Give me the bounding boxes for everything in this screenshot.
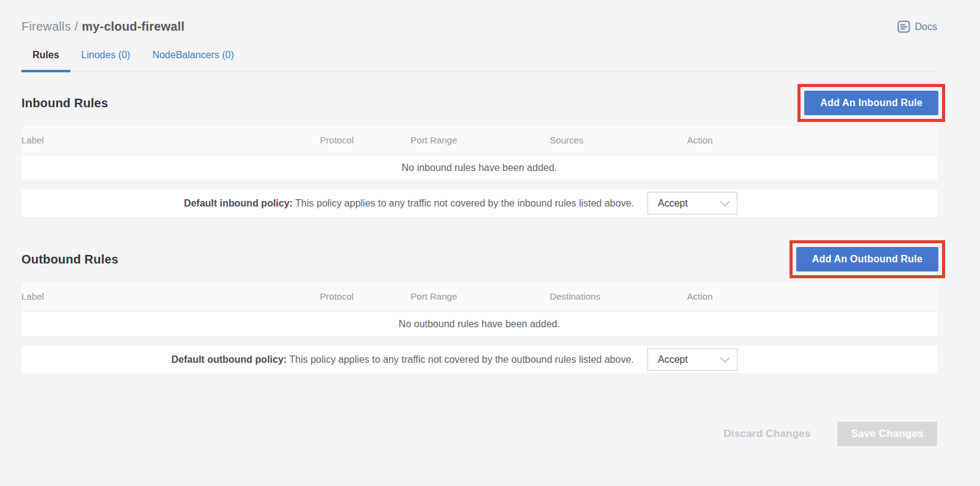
inbound-policy-selected-value: Accept xyxy=(658,198,688,209)
docs-link-label: Docs xyxy=(915,21,937,32)
inbound-policy-select[interactable]: Accept xyxy=(647,192,737,215)
outbound-policy-description: Default outbound policy: This policy app… xyxy=(172,354,634,365)
outbound-policy-text: This policy applies to any traffic not c… xyxy=(289,354,634,365)
tab-linodes[interactable]: Linodes (0) xyxy=(70,50,141,71)
breadcrumb-separator: / xyxy=(75,20,78,33)
outbound-section-header: Outbound Rules Add An Outbound Rule xyxy=(21,240,937,278)
save-changes-button[interactable]: Save Changes xyxy=(837,422,937,446)
inbound-policy-description: Default inbound policy: This policy appl… xyxy=(184,198,634,209)
outbound-header-port-range: Port Range xyxy=(410,291,549,302)
outbound-rules-title: Outbound Rules xyxy=(21,252,118,267)
inbound-header-port-range: Port Range xyxy=(410,135,549,145)
inbound-rules-table: Label Protocol Port Range Sources Action… xyxy=(21,126,937,217)
discard-changes-button[interactable]: Discard Changes xyxy=(715,428,819,440)
inbound-policy-label: Default inbound policy: xyxy=(184,198,293,208)
inbound-header-label: Label xyxy=(21,135,320,145)
breadcrumb: Firewalls/my-cloud-firewall xyxy=(21,20,184,34)
inbound-table-header-row: Label Protocol Port Range Sources Action xyxy=(21,126,937,154)
outbound-rules-table: Label Protocol Port Range Destinations A… xyxy=(21,283,937,373)
firewall-detail-page: Firewalls/my-cloud-firewall Docs Rules L… xyxy=(0,0,980,446)
outbound-annotation-highlight: Add An Outbound Rule xyxy=(790,240,945,278)
add-inbound-rule-button[interactable]: Add An Inbound Rule xyxy=(804,91,938,115)
inbound-policy-row: Default inbound policy: This policy appl… xyxy=(21,189,937,217)
inbound-header-sources: Sources xyxy=(550,135,687,145)
outbound-empty-row: No outbound rules have been added. xyxy=(21,312,937,336)
inbound-empty-text: No inbound rules have been added. xyxy=(402,162,557,173)
outbound-policy-row: Default outbound policy: This policy app… xyxy=(21,346,937,373)
docs-icon xyxy=(897,20,910,33)
chevron-down-icon xyxy=(720,354,730,363)
inbound-rules-title: Inbound Rules xyxy=(21,96,108,110)
tab-rules[interactable]: Rules xyxy=(21,50,70,71)
outbound-table-header-row: Label Protocol Port Range Destinations A… xyxy=(21,283,937,310)
inbound-header-action: Action xyxy=(687,135,937,145)
outbound-header-action: Action xyxy=(687,291,937,302)
inbound-policy-text: This policy applies to any traffic not c… xyxy=(295,198,634,208)
inbound-empty-row: No inbound rules have been added. xyxy=(21,156,937,180)
topbar: Firewalls/my-cloud-firewall Docs xyxy=(21,20,937,34)
breadcrumb-firewalls-link[interactable]: Firewalls xyxy=(21,20,71,33)
outbound-header-label: Label xyxy=(21,291,320,302)
docs-link[interactable]: Docs xyxy=(897,20,937,33)
inbound-annotation-highlight: Add An Inbound Rule xyxy=(797,84,945,122)
tab-bar: Rules Linodes (0) NodeBalancers (0) xyxy=(21,50,937,72)
breadcrumb-firewall-name: my-cloud-firewall xyxy=(81,20,184,33)
outbound-header-destinations: Destinations xyxy=(550,291,687,302)
inbound-header-protocol: Protocol xyxy=(320,135,410,145)
outbound-policy-selected-value: Accept xyxy=(658,354,688,365)
footer-actions: Discard Changes Save Changes xyxy=(21,422,937,446)
tab-nodebalancers[interactable]: NodeBalancers (0) xyxy=(141,50,245,71)
add-outbound-rule-button[interactable]: Add An Outbound Rule xyxy=(796,247,938,271)
outbound-header-protocol: Protocol xyxy=(320,291,410,302)
outbound-policy-label: Default outbound policy: xyxy=(172,354,287,365)
inbound-section-header: Inbound Rules Add An Inbound Rule xyxy=(21,84,937,122)
outbound-empty-text: No outbound rules have been added. xyxy=(399,319,560,330)
outbound-policy-select[interactable]: Accept xyxy=(647,348,737,371)
chevron-down-icon xyxy=(720,197,730,207)
